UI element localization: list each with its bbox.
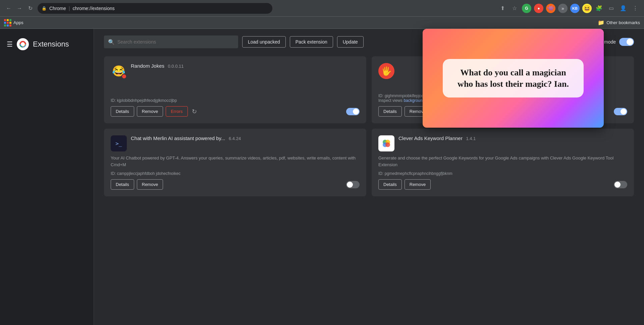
remove-button[interactable]: Remove (137, 179, 163, 190)
search-icon: 🔍 (108, 39, 115, 45)
folder-icon: 📁 (598, 19, 604, 26)
extension-card-random-jokes: 😂 Random Jokes 0.0.0.11 ID: kjplobibdnhp… (104, 56, 366, 123)
ext-toggle[interactable] (614, 181, 627, 188)
browser-chrome: ← → ↻ 🔒 Chrome | chrome://extensions ⬆ ☆… (0, 0, 644, 17)
remove-button[interactable]: Remove (137, 106, 163, 117)
ext-name: Random Jokes (131, 63, 164, 69)
search-input[interactable] (117, 39, 234, 45)
apps-label: Apps (13, 20, 23, 25)
chrome-extension-icon-1[interactable]: G (522, 4, 531, 13)
ext-name: Chat with Merlin AI assistant powered by… (131, 135, 225, 141)
bookmarks-bar: Apps 📁 Other bookmarks (0, 17, 644, 29)
share-icon[interactable]: ⬆ (498, 4, 507, 13)
load-unpacked-button[interactable]: Load unpacked (242, 36, 286, 48)
ext-id: ID: kjplobibdnhpejdhfeodjglkmoccljbp (111, 98, 360, 103)
joke-text: What do you call a magician who has lost… (452, 67, 574, 90)
ext-actions: Details Remove (111, 179, 360, 190)
clever-ads-icon (378, 135, 394, 151)
nav-buttons: ← → ↻ (4, 4, 35, 13)
chrome-extension-icon-5[interactable]: KB (570, 4, 580, 13)
pack-extension-button[interactable]: Pack extension (290, 36, 333, 48)
ext-actions: Details Remove Errors ↻ (111, 106, 360, 117)
ext-name: Clever Ads Keyword Planner (398, 135, 463, 141)
url-text: chrome://extensions (72, 6, 114, 11)
details-button[interactable]: Details (378, 179, 402, 190)
details-button[interactable]: Details (111, 179, 134, 190)
other-bookmarks-label: Other bookmarks (606, 20, 640, 25)
remove-button[interactable]: Remove (405, 179, 431, 190)
separator: | (69, 6, 70, 11)
ext-description (111, 82, 360, 95)
apps-grid-icon (4, 19, 11, 26)
card-header: Clever Ads Keyword Planner 1.4.1 (378, 135, 627, 151)
card-header: 😂 Random Jokes 0.0.0.11 (111, 63, 360, 79)
ext-toggle[interactable] (346, 181, 360, 188)
toolbar-icons: ⬆ ☆ G ● 👾 » KB 😆 🧩 ▭ 👤 ⋮ (498, 4, 640, 13)
update-button[interactable]: Update (337, 36, 364, 48)
sidebar-header: ☰ Extensions (0, 34, 94, 57)
merlin-icon: >_ (111, 135, 127, 151)
chrome-extension-icon-2[interactable]: ● (534, 4, 543, 13)
refresh-icon[interactable]: ↻ (192, 108, 197, 115)
bookmark-icon[interactable]: ☆ (510, 4, 519, 13)
ext-description: Your AI Chatbot powered by GPT-4. Answer… (111, 155, 360, 168)
hamburger-menu-icon[interactable]: ☰ (7, 40, 13, 48)
ext-toggle[interactable] (346, 108, 360, 115)
random-jokes-icon: 😂 (111, 63, 127, 79)
chrome-extension-icon-3[interactable]: 👾 (546, 4, 555, 13)
address-bar[interactable]: 🔒 Chrome | chrome://extensions (38, 3, 272, 14)
ext-toggle[interactable] (614, 108, 627, 115)
sidebar: ☰ Extensions (0, 29, 94, 325)
details-button[interactable]: Details (378, 106, 402, 117)
errors-button[interactable]: Errors (166, 106, 187, 117)
reload-button[interactable]: ↻ (25, 4, 35, 13)
ext-version: 6.4.24 (229, 136, 241, 141)
search-box[interactable]: 🔍 (104, 36, 238, 48)
site-label: Chrome (49, 6, 66, 11)
chrome-extension-icon-6[interactable]: 😆 (582, 4, 592, 13)
forward-button[interactable]: → (15, 4, 24, 13)
joke-popup: What do you call a magician who has lost… (423, 29, 604, 128)
ext-version: 1.4.1 (466, 136, 476, 141)
ext-version: 0.0.0.11 (168, 64, 184, 69)
svg-point-7 (385, 142, 390, 147)
extension-card-merlin: >_ Chat with Merlin AI assistant powered… (104, 129, 366, 196)
ext-id: ID: pgmedmephcflcpnaphncihbnggfjbknm (378, 171, 627, 176)
ext-description: Generate and choose the perfect Google K… (378, 155, 627, 168)
profile-avatar[interactable]: 👤 (619, 4, 628, 13)
developer-mode-toggle[interactable] (619, 38, 634, 46)
details-button[interactable]: Details (111, 106, 134, 117)
apps-item[interactable]: Apps (4, 19, 23, 26)
extensions-title: Extensions (33, 40, 69, 49)
back-button[interactable]: ← (4, 4, 13, 13)
svg-point-2 (21, 42, 25, 46)
inspect-views-text: Inspect views (378, 98, 402, 103)
joke-bubble: What do you call a magician who has lost… (443, 59, 584, 98)
chrome-menu-icon[interactable]: ⋮ (631, 4, 640, 13)
other-bookmarks[interactable]: 📁 Other bookmarks (598, 19, 640, 26)
ext-actions: Details Remove (378, 179, 627, 190)
chrome-extension-icon-4[interactable]: » (558, 4, 568, 13)
extensions-puzzle-icon[interactable]: 🧩 (594, 4, 604, 13)
lock-icon: 🔒 (42, 6, 47, 11)
popup-background: What do you call a magician who has lost… (423, 29, 604, 128)
split-screen-icon[interactable]: ▭ (606, 4, 616, 13)
stop-icon: 🖐 (378, 63, 394, 79)
ext-id: ID: camppjleccjaphfdboh jdohecfnoikec (111, 171, 360, 176)
extension-card-clever-ads: Clever Ads Keyword Planner 1.4.1 Generat… (372, 129, 634, 196)
card-header: >_ Chat with Merlin AI assistant powered… (111, 135, 360, 151)
recording-badge (121, 74, 127, 79)
chrome-logo (17, 38, 29, 50)
